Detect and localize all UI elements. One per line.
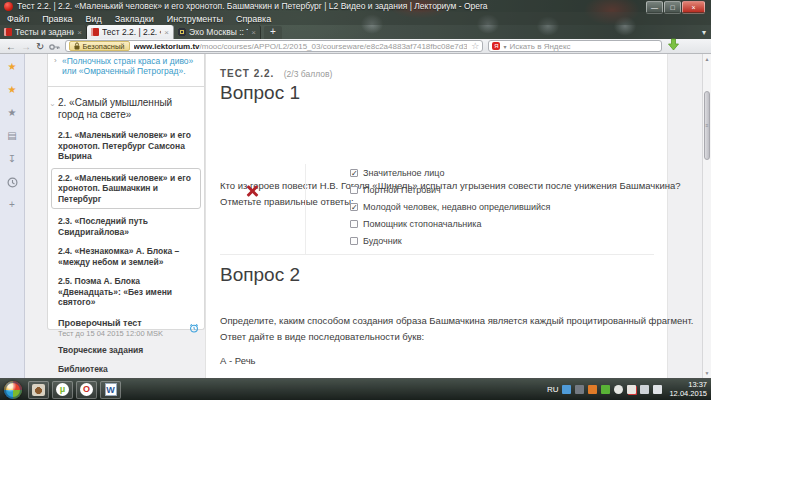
address-bar[interactable]: Безопасный www.lektorium.tv/mooc/courses…	[65, 40, 483, 52]
speed-dial-star-icon[interactable]: ★	[8, 80, 17, 103]
back-button[interactable]: ←	[6, 40, 16, 53]
utorrent-icon[interactable]: μ	[52, 381, 73, 399]
scroll-down-icon[interactable]: ▼	[703, 370, 711, 376]
page-scrollbar[interactable]: ▲ ≡ ▼	[702, 54, 711, 378]
choice-row[interactable]: Портной Петрович	[350, 184, 550, 195]
choice-row[interactable]: Помощник стопоначальника	[350, 218, 550, 229]
lektorium-favicon	[4, 28, 12, 36]
choice-row[interactable]: Значительное лицо	[350, 167, 550, 178]
menu-help[interactable]: Справка	[236, 14, 271, 24]
url-text: www.lektorium.tv/mooc/courses/APPO/L2/20…	[134, 42, 468, 51]
chevron-right-icon: ›	[54, 56, 57, 65]
new-tab-button[interactable]: +	[264, 26, 282, 39]
checkbox[interactable]	[350, 186, 358, 194]
menu-bar: Файл Правка Вид Закладки Инструменты Спр…	[0, 12, 711, 25]
forward-button[interactable]: →	[21, 40, 31, 53]
question-1-heading: Вопрос 1	[220, 82, 300, 104]
browser-toolbar: ← → ↻ Безопасный www.lektorium.tv/mooc/c…	[0, 39, 711, 54]
course-accordion: › 2. «Самый умышленный город на свете» 2…	[47, 87, 205, 330]
tray-app-icon-gray[interactable]	[575, 385, 584, 394]
opera-side-panel: ★ ★ ★ ▤ ↧ +	[0, 54, 25, 378]
sidebar-item-2-3[interactable]: 2.3. «Последний путь Свидригайлова»	[48, 211, 204, 241]
sidebar-previous-section[interactable]: › «Полночных стран краса и диво» или «Ом…	[47, 54, 205, 87]
tab-close-icon[interactable]: ×	[164, 28, 169, 37]
tray-app-icon-light[interactable]	[614, 385, 623, 394]
choice-row[interactable]: Будочник	[350, 235, 550, 246]
tab-echo-moskvy[interactable]: Эхо Москвы :: Тэги / с... ×	[174, 25, 261, 39]
history-panel-icon[interactable]	[7, 172, 18, 195]
action-center-flag-icon[interactable]	[627, 385, 636, 394]
menu-bookmarks[interactable]: Закладки	[115, 14, 154, 24]
security-badge[interactable]: Безопасный	[69, 41, 129, 51]
scroll-up-icon[interactable]: ▲	[703, 56, 711, 62]
add-panel-icon[interactable]: +	[9, 195, 15, 218]
scrollbar-thumb[interactable]: ≡	[704, 91, 710, 160]
opera-taskbar-icon[interactable]: O	[76, 381, 97, 399]
sidebar-item-library[interactable]: Библиотека	[48, 359, 204, 379]
window-titlebar: Тест 2.2. | 2.2. «Маленький человек» и е…	[0, 0, 711, 12]
tab-close-icon[interactable]: ×	[251, 28, 256, 37]
search-field[interactable]: Я ▾ Искать в Яндекс	[488, 40, 662, 52]
window-title: Тест 2.2. | 2.2. «Маленький человек» и е…	[17, 1, 488, 11]
taskbar-clock[interactable]: 13:37 12.04.2015	[669, 381, 707, 398]
menu-file[interactable]: Файл	[7, 14, 29, 24]
network-icon[interactable]	[640, 385, 649, 394]
echo-favicon	[178, 28, 186, 36]
question-2-heading: Вопрос 2	[220, 264, 300, 286]
chevron-down-icon: ›	[46, 104, 58, 107]
opera-logo-icon	[4, 2, 13, 11]
animal-app-icon[interactable]	[28, 381, 49, 399]
yandex-icon: Я	[492, 42, 500, 50]
checkbox[interactable]	[350, 169, 358, 177]
key-icon[interactable]	[49, 37, 60, 55]
menu-tools[interactable]: Инструменты	[167, 14, 223, 24]
sidebar-item-creative-tasks[interactable]: Творческие задания	[48, 340, 204, 360]
question-2-instruction: Ответ дайте в виде последовательности бу…	[220, 331, 424, 342]
tab-test-2-2[interactable]: Тест 2.2. | 2.2. «Мален... ×	[87, 25, 174, 39]
checkbox[interactable]	[350, 203, 358, 211]
question-2-text: Определите, каким способом создания обра…	[220, 315, 693, 326]
system-tray: RU 13:37 12.04.2015	[547, 381, 707, 398]
checkbox[interactable]	[350, 220, 358, 228]
menu-edit[interactable]: Правка	[42, 14, 72, 24]
sidebar-item-2-2-active[interactable]: 2.2. «Маленький человек» и его хронотоп.…	[51, 168, 201, 210]
bookmarks-star-icon[interactable]: ★	[8, 57, 17, 80]
incorrect-answer-icon	[246, 184, 259, 197]
notes-panel-icon[interactable]: ▤	[7, 126, 16, 149]
menu-view[interactable]: Вид	[86, 14, 102, 24]
alarm-clock-icon	[189, 319, 199, 337]
reload-button[interactable]: ↻	[36, 40, 44, 53]
clock-date: 12.04.2015	[669, 390, 707, 399]
language-indicator[interactable]: RU	[547, 385, 559, 394]
tray-app-icon-green[interactable]	[601, 385, 610, 394]
tab-tests-list[interactable]: Тесты и задания | Лект... ×	[0, 25, 87, 39]
sidebar-item-2-4[interactable]: 2.4. «Незнакомка» А. Блока – «между небо…	[48, 241, 204, 271]
download-arrow-icon[interactable]	[667, 37, 680, 55]
tab-overflow-icon[interactable]: ▾	[702, 28, 706, 37]
test-score: (2/3 баллов)	[284, 69, 333, 79]
sidebar-item-2-1[interactable]: 2.1. «Маленький человек» и его хронотоп.…	[48, 125, 204, 166]
windows-taskbar: μ O W RU 13:37 12.04.2015	[0, 378, 711, 400]
word-icon[interactable]: W	[100, 381, 121, 399]
bookmark-star-icon[interactable]: ☆	[471, 41, 479, 51]
question-2-option-a: А - Речь	[220, 355, 256, 366]
checkbox[interactable]	[350, 237, 358, 245]
sidebar-item-test[interactable]: Проверочный тест Тест до 15 04 2015 12:0…	[48, 312, 204, 340]
search-placeholder: Искать в Яндекс	[509, 42, 570, 51]
tab-close-icon[interactable]: ×	[77, 28, 82, 37]
test-title: ТЕСТ 2.2.	[220, 68, 274, 79]
chapter-header[interactable]: › 2. «Самый умышленный город на свете»	[48, 95, 204, 125]
screen-capture: Тест 2.2. | 2.2. «Маленький человек» и е…	[0, 0, 711, 400]
volume-icon[interactable]	[653, 385, 662, 394]
sidebar-link-previous[interactable]: «Полночных стран краса и диво» или «Омра…	[54, 56, 200, 76]
downloads-panel-icon[interactable]: ↧	[8, 149, 16, 172]
tray-app-icon-orange[interactable]	[588, 385, 597, 394]
sidebar-item-2-5[interactable]: 2.5. Поэма А. Блока «Двенадцать»: «Без и…	[48, 271, 204, 312]
start-button[interactable]	[4, 381, 22, 399]
lock-icon	[74, 42, 80, 50]
choice-row[interactable]: Молодой человек, недавно определившийся	[350, 201, 550, 212]
question-divider	[220, 254, 654, 255]
bookmarks-panel-icon[interactable]: ★	[8, 103, 17, 126]
search-engine-dropdown-icon[interactable]: ▾	[503, 43, 506, 50]
tray-app-icon-blue[interactable]	[562, 385, 571, 394]
